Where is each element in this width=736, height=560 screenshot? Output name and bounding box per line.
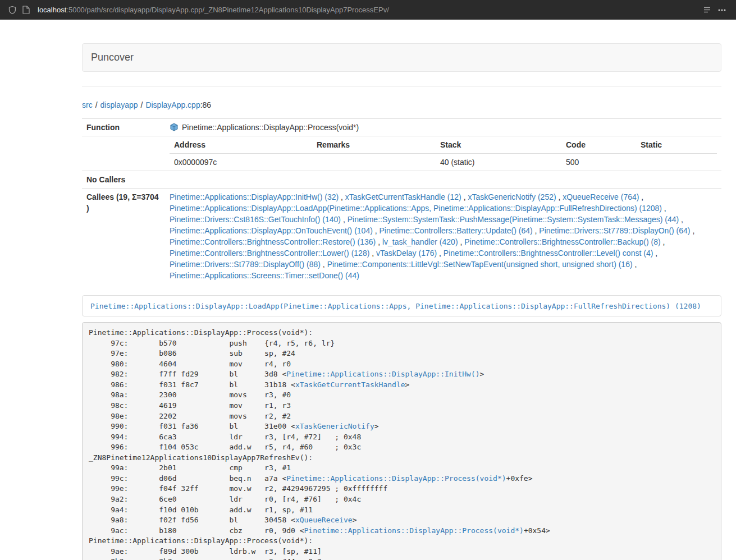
disasm-symbol-link[interactable]: Pinetime::Applications::DisplayApp::Proc… [286,474,506,483]
callee-link[interactable]: Pinetime::Drivers::St7789::DisplayOn() (… [539,226,690,235]
callee-link[interactable]: lv_task_handler (420) [382,237,458,246]
function-row: Function Pinetime::Applications::Display… [82,119,721,136]
callee-separator: , [556,192,563,201]
reader-view-icon[interactable] [703,6,711,14]
page-info-icon[interactable] [22,6,30,14]
function-cell: Pinetime::Applications::DisplayApp::Proc… [165,119,721,136]
callee-separator: , [633,260,637,269]
url-bar[interactable]: localhost:5000/path/src/displayapp/Displ… [38,6,703,14]
url-host: localhost [38,6,66,14]
callee-separator: , [662,204,666,213]
breadcrumb: src/displayapp/DisplayApp.cpp:86 [82,99,721,111]
stats-header-address: Address [170,139,312,154]
callee-link[interactable]: xTaskGetCurrentTaskHandle (12) [345,192,461,201]
callee-separator: , [373,226,380,235]
stats-header-code: Code [561,139,636,154]
divider [82,86,721,87]
stats-header-stack: Stack [436,139,561,154]
function-icon [170,123,179,132]
callee-separator: , [533,226,540,235]
disasm-symbol-link[interactable]: xTaskGenericNotify [295,422,374,430]
disassembly: Pinetime::Applications::DisplayApp::Proc… [82,322,721,560]
app-brand[interactable]: Puncover [91,52,134,63]
breadcrumb-src[interactable]: src [82,100,93,109]
callees-row: Callees (19, Σ=3704 ) Pinetime::Applicat… [82,189,721,284]
callee-separator: , [461,192,468,201]
callee-link[interactable]: Pinetime::Controllers::BrightnessControl… [464,237,660,246]
browser-chrome: localhost:5000/path/src/displayapp/Displ… [0,0,736,20]
shield-icon[interactable] [8,6,17,15]
stats-value-address: 0x0000097c [170,154,312,168]
callee-separator: , [369,249,376,258]
callee-link[interactable]: xQueueReceive (764) [563,192,639,201]
stats-value-code: 500 [561,154,636,168]
callee-separator: , [458,237,465,246]
callee-link[interactable]: Pinetime::Drivers::St7789::DisplayOff() … [170,260,321,269]
callee-link[interactable]: xTaskGenericNotify (252) [468,192,556,201]
navbar: Puncover [82,43,721,72]
callee-separator: , [376,237,382,246]
stats-row-label [82,136,165,171]
stats-value-row: 0x0000097c 40 (static) 500 [170,154,717,168]
callee-separator: , [653,249,657,258]
stats-header-static: Static [636,139,717,154]
breadcrumb-separator: / [95,100,98,109]
no-callers-row: No Callers [82,171,721,189]
callee-separator: , [341,215,348,224]
disasm-symbol-link[interactable]: xQueueReceive [295,516,353,524]
callee-separator: , [661,237,665,246]
largest-callee-panel: Pinetime::Applications::DisplayApp::Load… [82,295,721,316]
callee-separator: , [679,215,683,224]
callee-separator: , [639,192,643,201]
callee-separator: , [691,226,695,235]
callees-cell: Pinetime::Applications::DisplayApp::Init… [165,189,721,284]
stats-value-stack: 40 (static) [436,154,561,168]
callee-link[interactable]: Pinetime::Applications::DisplayApp::Load… [170,204,662,213]
function-table: Function Pinetime::Applications::Display… [82,118,721,284]
callee-link[interactable]: Pinetime::Controllers::BrightnessControl… [170,237,376,246]
callee-link[interactable]: Pinetime::System::SystemTask::PushMessag… [348,215,679,224]
callee-separator: , [339,192,345,201]
largest-callee-link[interactable]: Pinetime::Applications::DisplayApp::Load… [90,302,701,310]
disasm-symbol-link[interactable]: xTaskGetCurrentTaskHandle [295,380,405,389]
callee-link[interactable]: Pinetime::Drivers::Cst816S::GetTouchInfo… [170,215,341,224]
disasm-symbol-link[interactable]: Pinetime::Applications::DisplayApp::Init… [286,370,479,378]
callee-link[interactable]: Pinetime::Controllers::BrightnessControl… [444,249,653,258]
stats-table: Address Remarks Stack Code Static 0x0000… [170,139,717,168]
disasm-symbol-link[interactable]: Pinetime::Applications::DisplayApp::Proc… [304,526,524,535]
callee-link[interactable]: Pinetime::Components::LittleVgl::SetNewT… [327,260,633,269]
stats-value-static [636,154,717,168]
breadcrumb-displayapp[interactable]: displayapp [100,100,138,109]
callee-separator: , [437,249,444,258]
callee-link[interactable]: vTaskDelay (176) [376,249,437,258]
stats-row: Address Remarks Stack Code Static 0x0000… [82,136,721,171]
callees-label: Callees (19, Σ=3704 ) [82,189,165,284]
more-menu-icon[interactable] [717,6,727,15]
callee-link[interactable]: Pinetime::Controllers::BrightnessControl… [170,249,369,258]
stats-header-row: Address Remarks Stack Code Static [170,139,717,154]
callee-link[interactable]: Pinetime::Applications::DisplayApp::Init… [170,192,339,201]
stats-header-remarks: Remarks [312,139,436,154]
breadcrumb-separator: / [141,100,143,109]
function-label: Function [82,119,165,136]
callee-link[interactable]: Pinetime::Applications::Screens::Timer::… [170,271,359,280]
stats-value-remarks [312,154,436,168]
callee-link[interactable]: Pinetime::Applications::DisplayApp::OnTo… [170,226,373,235]
no-callers-label: No Callers [82,171,165,189]
page-container: Puncover src/displayapp/DisplayApp.cpp:8… [82,20,721,560]
url-path: :5000/path/src/displayapp/DisplayApp.cpp… [66,6,389,14]
callee-separator: , [321,260,327,269]
no-callers-cell [165,171,721,189]
callee-link[interactable]: Pinetime::Controllers::Battery::Update()… [380,226,533,235]
breadcrumb-line-number: :86 [200,100,211,109]
breadcrumb-file[interactable]: DisplayApp.cpp [145,100,200,109]
function-name: Pinetime::Applications::DisplayApp::Proc… [182,123,359,132]
